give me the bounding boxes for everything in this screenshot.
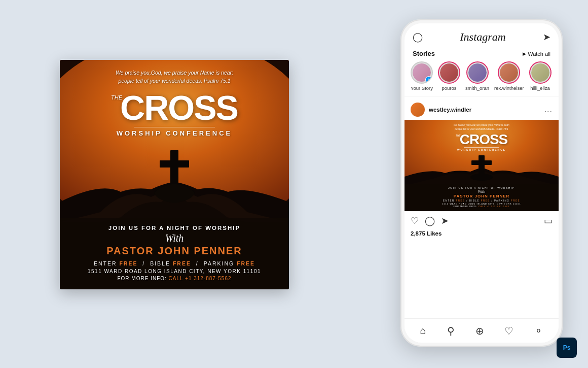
mini-verse: We praise you,God, we praise your Name i… [454,123,510,131]
mini-with-script: With [409,189,555,194]
your-story-avatar: + [411,61,433,84]
call-label: CALL +1 312-887-5562 [169,276,232,281]
slash2: / [196,260,199,266]
slash1: / [142,260,145,266]
story-item-pouros[interactable]: pouros [438,61,460,91]
mini-cross-title: THE CROSS WORSHIP CONFERENCE [456,132,508,151]
svg-point-10 [470,174,493,181]
comment-icon[interactable]: ◯ [425,215,435,226]
mini-poster-bottom: JOIN US FOR A NIGHT OF WORSHIP With PAST… [405,184,559,211]
join-us-text: JOIN US FOR A NIGHT OF WORSHIP [70,225,279,231]
mini-free-items: ENTER FREE / BIBLE FREE / PARKING FREE [409,199,555,202]
home-nav-icon[interactable]: ⌂ [420,325,426,337]
camera-icon[interactable]: ◯ [413,31,423,43]
ps-badge: Ps [557,338,577,358]
free1: FREE [119,260,137,266]
rex-avatar [498,61,520,84]
post-username[interactable]: westley.windler [429,107,544,113]
post-more-button[interactable]: ... [544,105,553,114]
worship-conf-label: Worship Conference [111,129,238,137]
pastor-name: PASTOR JOHN PENNER [70,245,279,257]
story-item-rex[interactable]: rex.wintheiser [494,61,524,91]
ig-post-actions: ♡ ◯ ➤ ▭ [405,211,559,230]
call-info: FOR MORE INFO: CALL +1 312-887-5562 [70,276,279,281]
pouros-avatar [438,61,460,84]
free-items: ENTER FREE / BIBLE FREE / PARKING FREE [70,260,279,266]
more-info-label: FOR MORE INFO: [117,276,166,281]
ig-divider [405,96,559,96]
story-item-hilli[interactable]: hilli_eliza [529,61,552,91]
add-nav-icon[interactable]: ⊕ [475,325,484,337]
story-name-your: Your Story [411,85,433,91]
story-name-hilli: hilli_eliza [530,85,550,91]
enter-label: ENTER [94,260,117,266]
address-text: 1511 WARD ROAD LONG ISLAND CITY, NEW YOR… [70,269,279,274]
search-nav-icon[interactable]: ⚲ [447,325,455,337]
left-poster: We praise you,God, we praise your Name i… [60,60,289,289]
action-icons-left: ♡ ◯ ➤ [411,215,544,226]
cross-main-label: CROSS [120,90,238,125]
ig-stories-header: Stories Watch all [405,48,559,61]
svg-rect-4 [160,160,189,168]
likes-count: 2,875 Likes [405,230,559,237]
with-script: With [70,232,279,244]
mini-call: FOR MORE INFO: CALL +1 312-887-5562 [409,205,555,208]
phone-inner: ◯ Instagram ➤ Stories Watch all + Your S… [405,23,559,343]
mini-worship-conf: WORSHIP CONFERENCE [456,148,508,151]
heart-nav-icon[interactable]: ♡ [504,325,513,337]
instagram-logo: Instagram [460,30,505,44]
free2: FREE [173,260,191,266]
bookmark-icon[interactable]: ▭ [544,215,553,226]
ig-post-header: westley.windler ... [405,99,559,120]
ig-post-image: We praise you,God, we praise your Name i… [405,120,559,211]
story-name-rex: rex.wintheiser [494,85,524,91]
ig-bottom-nav: ⌂ ⚲ ⊕ ♡ ⚬ [405,318,559,343]
profile-nav-icon[interactable]: ⚬ [534,325,543,337]
post-avatar [411,103,425,117]
stories-label: Stories [413,50,435,57]
ig-header: ◯ Instagram ➤ [405,23,559,48]
story-item-your[interactable]: + Your Story [411,61,433,91]
phone-mockup: ◯ Instagram ➤ Stories Watch all + Your S… [400,19,563,347]
poster-title-area: THE CROSS Worship Conference [111,90,238,137]
svg-rect-8 [479,155,485,177]
ig-stories-row: + Your Story pouros [405,61,559,96]
bible-label: BIBLE [150,260,170,266]
watch-all-button[interactable]: Watch all [523,51,550,57]
free3: FREE [237,260,255,266]
story-item-smith[interactable]: smith_oran [465,61,489,91]
mini-pastor-name: PASTOR JOHN PENNER [409,194,555,198]
svg-rect-9 [471,160,492,165]
hilli-avatar [529,61,552,84]
story-name-smith: smith_oran [465,85,489,91]
story-add-btn[interactable]: + [425,76,432,83]
smith-avatar [466,61,489,84]
share-icon[interactable]: ➤ [441,215,449,226]
send-icon[interactable]: ➤ [543,31,550,43]
poster-verse: We praise you,God, we praise your Name i… [116,69,233,85]
poster-bottom: JOIN US FOR A NIGHT OF WORSHIP With PAST… [60,218,289,289]
mini-cross-main: CROSS [460,132,508,147]
story-name-pouros: pouros [442,85,456,91]
like-icon[interactable]: ♡ [411,215,419,226]
parking-label: PARKING [204,260,234,266]
